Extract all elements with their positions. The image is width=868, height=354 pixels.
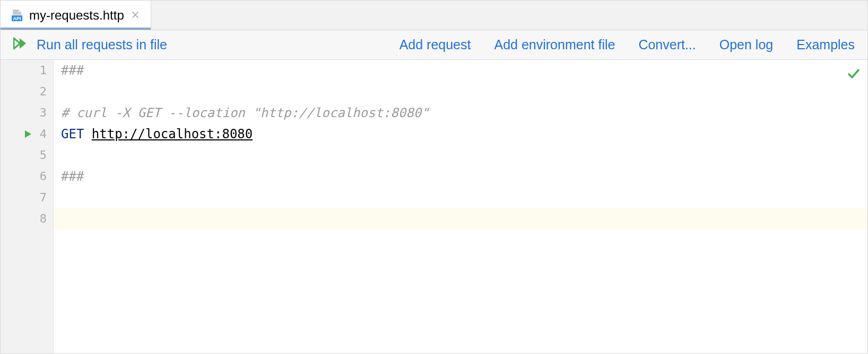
editor-content[interactable]: ### # curl -X GET --location "http://loc… xyxy=(54,60,867,353)
code-line xyxy=(61,187,867,208)
line-number: 3 xyxy=(32,102,47,123)
svg-text:API: API xyxy=(13,15,21,21)
line-number: 5 xyxy=(32,145,47,166)
comment-token: # curl -X GET --location "http://localho… xyxy=(61,102,429,123)
toolbar-links: Add request Add environment file Convert… xyxy=(400,37,855,52)
gutter-row: 3 xyxy=(1,102,53,123)
tab-bar: API my-requests.http xyxy=(1,1,867,30)
run-line-icon[interactable] xyxy=(23,129,33,139)
code-line xyxy=(61,81,867,102)
file-tab-label: my-requests.http xyxy=(29,8,124,23)
line-number: 2 xyxy=(32,81,47,102)
run-all-icon xyxy=(13,37,29,53)
gutter-row: 4 xyxy=(1,123,53,145)
run-all-label: Run all requests in file xyxy=(37,37,167,52)
code-line: # curl -X GET --location "http://localho… xyxy=(61,102,867,123)
line-number: 4 xyxy=(32,123,47,145)
line-number: 1 xyxy=(32,60,47,81)
separator-token: ### xyxy=(61,60,84,81)
gutter-row: 1 xyxy=(1,60,53,81)
open-log-link[interactable]: Open log xyxy=(719,37,773,52)
url-token[interactable]: http://localhost:8080 xyxy=(92,123,253,145)
code-line: GET http://localhost:8080 xyxy=(61,123,867,145)
gutter-row: 6 xyxy=(1,166,53,187)
code-editor[interactable]: 12345678 ### # curl -X GET --location "h… xyxy=(1,60,867,353)
code-line: ### xyxy=(61,60,867,81)
add-env-file-link[interactable]: Add environment file xyxy=(494,37,615,52)
file-tab[interactable]: API my-requests.http xyxy=(1,1,151,30)
line-number: 6 xyxy=(32,166,47,187)
separator-token: ### xyxy=(61,166,84,187)
http-method-token: GET xyxy=(61,123,84,145)
gutter-row: 7 xyxy=(1,187,53,208)
add-request-link[interactable]: Add request xyxy=(400,37,471,52)
gutter-row: 2 xyxy=(1,81,53,102)
code-line: ### xyxy=(61,166,867,187)
line-number: 8 xyxy=(32,208,47,229)
convert-link[interactable]: Convert... xyxy=(638,37,696,52)
api-file-icon: API xyxy=(10,8,24,22)
close-icon[interactable] xyxy=(129,8,141,22)
line-number: 7 xyxy=(32,187,47,208)
code-line-current xyxy=(54,208,867,229)
gutter-row: 8 xyxy=(1,208,53,229)
editor-window: API my-requests.http Run all requests in… xyxy=(0,0,868,354)
examples-link[interactable]: Examples xyxy=(796,37,855,52)
gutter-row: 5 xyxy=(1,145,53,166)
http-toolbar: Run all requests in file Add request Add… xyxy=(1,30,867,60)
code-line xyxy=(61,145,867,166)
run-all-button[interactable]: Run all requests in file xyxy=(13,37,167,53)
gutter: 12345678 xyxy=(1,60,54,353)
check-icon[interactable] xyxy=(847,65,860,86)
